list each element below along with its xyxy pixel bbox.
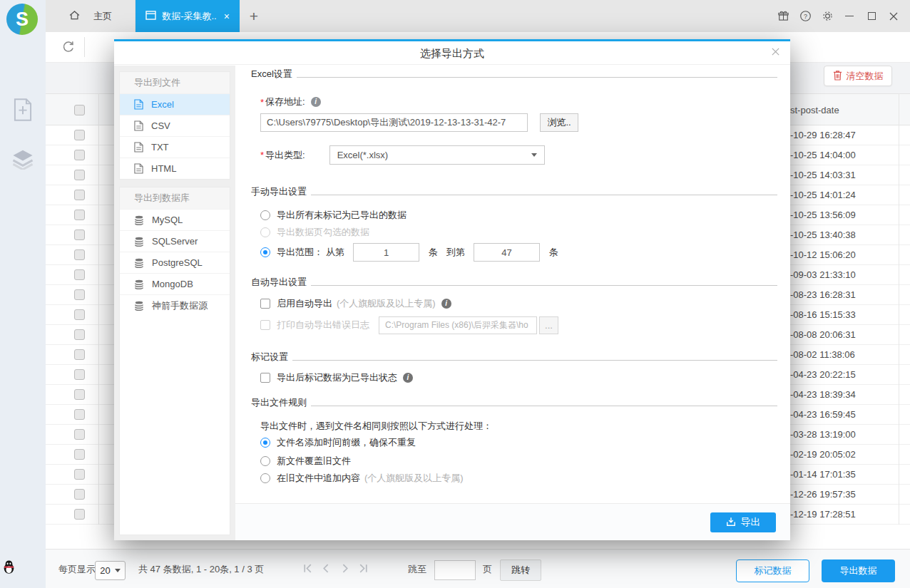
row-checkbox[interactable] [74, 130, 85, 140]
row-checkbox[interactable] [74, 249, 85, 260]
export-db-1[interactable]: SQLServer [120, 230, 230, 252]
column-divider [98, 93, 99, 525]
per-page-select[interactable]: 20 [95, 561, 126, 580]
option-unmarked-row: 导出所有未标记为已导出的数据 [260, 208, 777, 222]
row-checkbox[interactable] [74, 150, 85, 160]
enable-auto-checkbox[interactable] [260, 299, 270, 309]
row-checkbox[interactable] [74, 269, 85, 280]
window-close-icon[interactable] [887, 10, 900, 23]
row-checkbox[interactable] [74, 210, 85, 220]
jump-page-input[interactable] [434, 560, 476, 580]
section-auto-export: 自动导出设置 [251, 275, 777, 289]
row-checkbox[interactable] [74, 409, 85, 420]
tab-close-icon[interactable]: × [224, 11, 230, 22]
range-unit: 条 [549, 246, 558, 259]
row-checkbox[interactable] [74, 369, 85, 380]
tab-data-active[interactable]: 数据-采集教.. × [136, 0, 240, 32]
per-page-label: 每页显示: [58, 550, 98, 588]
mark-checkbox[interactable] [260, 373, 270, 383]
range-from-input[interactable]: 1 [353, 243, 419, 262]
option-time-prefix-row: 文件名添加时间前缀，确保不重复 [260, 435, 777, 450]
export-button[interactable]: 导出 [710, 512, 776, 532]
jump-button[interactable]: 跳转 [500, 559, 541, 581]
export-db-2[interactable]: PostgreSQL [120, 252, 230, 273]
export-format-txt[interactable]: TXT [120, 136, 230, 158]
radio-range[interactable] [260, 247, 270, 257]
export-format-csv[interactable]: CSV [120, 115, 230, 136]
minimize-icon[interactable] [843, 10, 856, 23]
mark-data-button[interactable]: 标记数据 [736, 559, 809, 582]
toolbar-divider [84, 37, 85, 57]
export-format-excel[interactable]: Excel [120, 93, 230, 115]
browse-button[interactable]: 浏览.. [540, 113, 578, 132]
required-mark: * [260, 97, 264, 108]
row-checkbox[interactable] [74, 229, 85, 240]
row-checkbox[interactable] [74, 509, 85, 520]
first-page-icon[interactable] [302, 563, 313, 576]
gift-icon[interactable] [777, 10, 789, 23]
info-icon[interactable] [441, 299, 451, 309]
row-checkbox[interactable] [74, 289, 85, 300]
dialog-footer: 导出 [235, 503, 790, 540]
help-icon[interactable]: ? [799, 10, 812, 23]
row-date-cell: -10-25 14:01:24 [790, 185, 856, 205]
tabbar-spacer [268, 0, 777, 32]
info-icon[interactable] [403, 373, 413, 383]
new-tab-button[interactable]: + [240, 0, 268, 32]
file-icon [134, 163, 143, 174]
tab-home[interactable]: 主页 [46, 0, 136, 32]
row-checkbox[interactable] [74, 329, 85, 340]
row-checkbox[interactable] [74, 449, 85, 460]
data-layers-icon[interactable] [11, 148, 34, 172]
export-data-button[interactable]: 导出数据 [822, 559, 895, 582]
row-date-cell: -04-23 18:39:34 [790, 385, 856, 405]
clear-data-label: 清空数据 [847, 70, 884, 83]
maximize-icon[interactable] [865, 10, 878, 23]
radio-time-prefix[interactable] [260, 438, 270, 448]
app-sidebar: S [0, 0, 46, 588]
from-label: 从第 [326, 246, 344, 259]
radio-append[interactable] [260, 473, 270, 483]
row-checkbox[interactable] [74, 389, 85, 400]
row-checkbox[interactable] [74, 170, 85, 180]
row-checkbox[interactable] [74, 469, 85, 480]
radio-unmarked[interactable] [260, 210, 270, 220]
select-all-checkbox[interactable] [74, 105, 85, 115]
new-task-icon[interactable] [13, 98, 33, 123]
home-icon [68, 9, 81, 23]
save-path-row: * 保存地址: [260, 95, 777, 109]
log-row: 打印自动导出错误日志 C:\Program Files (x86)\后羿采集器\… [260, 316, 777, 334]
row-date-cell: -10-12 15:06:20 [790, 245, 856, 265]
export-db-3[interactable]: MongoDB [120, 273, 230, 294]
range-to-input[interactable]: 47 [474, 243, 540, 262]
qq-penguin-icon[interactable] [3, 560, 15, 576]
export-type-select[interactable]: Excel(*.xlsx) [329, 145, 545, 165]
refresh-icon[interactable] [61, 40, 76, 56]
row-checkbox[interactable] [74, 309, 85, 320]
export-db-0[interactable]: MySQL [120, 209, 230, 230]
next-page-icon[interactable] [339, 563, 350, 576]
row-checkbox[interactable] [74, 489, 85, 500]
row-checkbox[interactable] [74, 190, 85, 200]
settings-gear-icon[interactable] [821, 10, 834, 23]
trash-icon [833, 70, 842, 83]
radio-overwrite[interactable] [260, 456, 270, 466]
file-icon [134, 99, 143, 110]
row-checkbox[interactable] [74, 349, 85, 360]
prev-page-icon[interactable] [321, 563, 332, 576]
option-overwrite-row: 新文件覆盖旧文件 [260, 454, 777, 468]
row-checkbox[interactable] [74, 429, 85, 440]
export-format-html[interactable]: HTML [120, 158, 230, 179]
dialog-close-icon[interactable] [771, 47, 780, 58]
new-tab-label: + [250, 8, 258, 25]
export-db-4[interactable]: 神箭手数据源 [120, 294, 230, 316]
row-date-cell: -08-02 11:38:06 [790, 345, 855, 365]
database-icon [134, 215, 144, 225]
export-button-label: 导出 [741, 516, 761, 529]
tab-bar: 主页 数据-采集教.. × + ? [46, 0, 910, 32]
info-icon[interactable] [311, 97, 321, 107]
clear-data-button[interactable]: 清空数据 [824, 66, 892, 86]
last-page-icon[interactable] [358, 563, 369, 576]
export-type-row: * 导出类型: Excel(*.xlsx) [260, 145, 777, 165]
save-path-input[interactable]: C:\Users\79775\Desktop\导出测试\2019-12-13-1… [260, 113, 528, 132]
